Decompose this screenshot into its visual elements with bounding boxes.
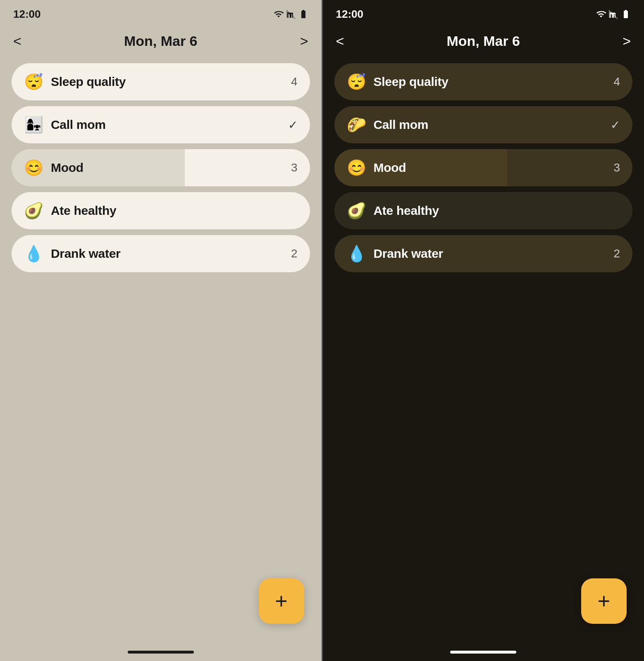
item-label: Call mom bbox=[374, 118, 429, 132]
battery-icon-light bbox=[298, 9, 308, 19]
list-item[interactable]: 🥑 Ate healthy bbox=[334, 192, 633, 229]
item-emoji: 🥑 bbox=[24, 203, 43, 219]
item-left: 👩‍👧 Call mom bbox=[24, 117, 106, 133]
list-item[interactable]: 😊 Mood 3 bbox=[12, 149, 310, 186]
item-left: 😊 Mood bbox=[347, 160, 406, 176]
item-label: Call mom bbox=[51, 118, 106, 132]
items-list-dark: 😴 Sleep quality 4 🌮 Call mom ✓ 😊 Mood 3 … bbox=[323, 59, 644, 272]
item-emoji: 😊 bbox=[24, 160, 43, 176]
item-check: ✓ bbox=[288, 118, 298, 132]
item-left: 💧 Drank water bbox=[347, 246, 443, 262]
status-bar-light: 12:00 bbox=[0, 0, 322, 25]
list-item[interactable]: 🥑 Ate healthy bbox=[12, 192, 310, 229]
item-emoji: 😴 bbox=[24, 74, 43, 90]
add-icon-light: + bbox=[275, 590, 287, 612]
list-item[interactable]: 🌮 Call mom ✓ bbox=[334, 106, 633, 143]
status-time-dark: 12:00 bbox=[336, 8, 364, 21]
item-left: 🌮 Call mom bbox=[347, 117, 429, 133]
date-title-light: Mon, Mar 6 bbox=[124, 33, 198, 49]
wifi-icon-light bbox=[274, 9, 284, 19]
item-check: ✓ bbox=[611, 118, 620, 132]
item-label: Ate healthy bbox=[374, 204, 439, 218]
date-title-dark: Mon, Mar 6 bbox=[446, 33, 520, 49]
item-emoji: 💧 bbox=[24, 246, 43, 262]
next-button-dark[interactable]: > bbox=[623, 33, 631, 49]
next-button-light[interactable]: > bbox=[300, 33, 308, 49]
item-left: 🥑 Ate healthy bbox=[347, 203, 439, 219]
list-item[interactable]: 😊 Mood 3 bbox=[334, 149, 633, 186]
item-emoji: 😊 bbox=[347, 160, 366, 176]
item-label: Mood bbox=[374, 161, 406, 175]
item-emoji: 🌮 bbox=[347, 117, 366, 133]
wifi-icon-dark bbox=[596, 9, 606, 19]
item-left: 💧 Drank water bbox=[24, 246, 120, 262]
item-value: 4 bbox=[291, 75, 298, 88]
home-indicator-light bbox=[128, 651, 194, 654]
item-left: 😴 Sleep quality bbox=[347, 74, 448, 90]
add-button-light[interactable]: + bbox=[259, 578, 304, 624]
list-item[interactable]: 👩‍👧 Call mom ✓ bbox=[12, 106, 310, 143]
dark-phone: 12:00 < Mon, Mar 6 > 😴 Sleep quality bbox=[323, 0, 644, 661]
item-left: 🥑 Ate healthy bbox=[24, 203, 116, 219]
header-dark: < Mon, Mar 6 > bbox=[323, 25, 644, 59]
item-label: Ate healthy bbox=[51, 204, 116, 218]
item-value: 3 bbox=[613, 161, 620, 174]
item-label: Drank water bbox=[374, 247, 443, 261]
item-left: 😴 Sleep quality bbox=[24, 74, 126, 90]
list-item[interactable]: 😴 Sleep quality 4 bbox=[334, 63, 633, 100]
status-icons-light bbox=[274, 9, 308, 19]
add-button-dark[interactable]: + bbox=[581, 578, 627, 624]
items-list-light: 😴 Sleep quality 4 👩‍👧 Call mom ✓ 😊 Mood … bbox=[0, 59, 322, 272]
item-label: Sleep quality bbox=[374, 75, 448, 89]
status-bar-dark: 12:00 bbox=[323, 0, 644, 25]
header-light: < Mon, Mar 6 > bbox=[0, 25, 322, 59]
item-label: Sleep quality bbox=[51, 75, 126, 89]
list-item[interactable]: 😴 Sleep quality 4 bbox=[12, 63, 310, 100]
item-value: 4 bbox=[613, 75, 620, 88]
light-phone: 12:00 < Mon, Mar 6 > 😴 Sl bbox=[0, 0, 322, 661]
add-icon-dark: + bbox=[598, 590, 610, 612]
item-value: 2 bbox=[291, 247, 298, 260]
item-emoji: 👩‍👧 bbox=[24, 117, 43, 133]
home-indicator-dark bbox=[450, 651, 516, 654]
status-icons-dark bbox=[596, 9, 631, 19]
list-item[interactable]: 💧 Drank water 2 bbox=[334, 235, 633, 272]
item-emoji: 💧 bbox=[347, 246, 366, 262]
battery-icon-dark bbox=[621, 9, 631, 19]
item-left: 😊 Mood bbox=[24, 160, 83, 176]
prev-button-light[interactable]: < bbox=[13, 33, 21, 49]
signal-icon-dark bbox=[608, 9, 618, 19]
item-value: 3 bbox=[291, 161, 298, 174]
item-label: Mood bbox=[51, 161, 83, 175]
item-emoji: 🥑 bbox=[347, 203, 366, 219]
signal-icon-light bbox=[286, 9, 296, 19]
item-emoji: 😴 bbox=[347, 74, 366, 90]
list-item[interactable]: 💧 Drank water 2 bbox=[12, 235, 310, 272]
status-time-light: 12:00 bbox=[13, 8, 41, 21]
prev-button-dark[interactable]: < bbox=[336, 33, 344, 49]
item-value: 2 bbox=[613, 247, 620, 260]
item-label: Drank water bbox=[51, 247, 120, 261]
